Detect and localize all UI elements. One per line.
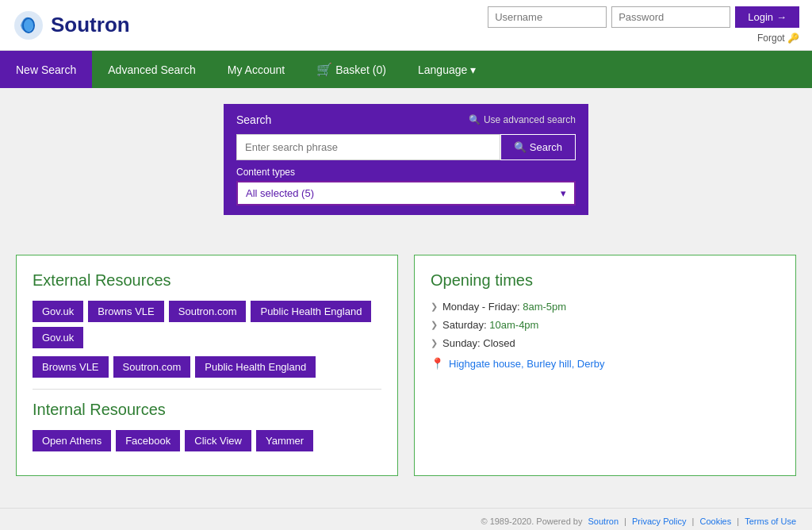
login-form: Login → bbox=[488, 6, 799, 28]
external-resource-buttons-row1: Gov.uk Browns VLE Soutron.com Public Hea… bbox=[33, 301, 381, 348]
footer: © 1989-2020. Powered by Soutron | Privac… bbox=[0, 508, 812, 530]
search-icon-small: 🔍 bbox=[469, 114, 481, 125]
location-link[interactable]: Highgate house, Burley hill, Derby bbox=[449, 358, 605, 370]
search-icon: 🔍 bbox=[514, 141, 527, 153]
header-right: Login → Forgot 🔑 bbox=[488, 6, 799, 44]
main-content: External Resources Gov.uk Browns VLE Sou… bbox=[0, 239, 812, 508]
resource-btn-browns-vle-2[interactable]: Browns VLE bbox=[33, 356, 109, 378]
resource-btn-gov-uk-2[interactable]: Gov.uk bbox=[33, 327, 83, 348]
resource-btn-click-view[interactable]: Click View bbox=[185, 430, 251, 451]
internal-resources-title: Internal Resources bbox=[33, 401, 381, 419]
resource-btn-browns-vle-1[interactable]: Browns VLE bbox=[88, 301, 164, 322]
search-box-header: Search 🔍 Use advanced search bbox=[236, 113, 576, 126]
opening-times-title: Opening times bbox=[431, 271, 779, 290]
footer-cookies-link[interactable]: Cookies bbox=[699, 517, 731, 526]
resource-btn-soutron-2[interactable]: Soutron.com bbox=[113, 356, 191, 378]
resource-btn-gov-uk-1[interactable]: Gov.uk bbox=[33, 301, 83, 322]
basket-icon: 🛒 bbox=[316, 62, 332, 77]
chevron-right-icon: ❯ bbox=[431, 301, 438, 312]
resource-btn-facebook[interactable]: Facebook bbox=[116, 430, 180, 451]
login-arrow-icon: → bbox=[776, 11, 787, 23]
location-row: 📍 Highgate house, Burley hill, Derby bbox=[431, 357, 779, 370]
external-resource-buttons-row2: Browns VLE Soutron.com Public Health Eng… bbox=[33, 356, 381, 378]
chevron-down-icon: ▾ bbox=[470, 63, 476, 76]
nav-basket[interactable]: 🛒 Basket (0) bbox=[301, 51, 402, 88]
resource-btn-phe-2[interactable]: Public Health England bbox=[195, 356, 316, 378]
header: Soutron Login → Forgot 🔑 bbox=[0, 0, 812, 51]
search-box: Search 🔍 Use advanced search 🔍 Search Co… bbox=[224, 104, 588, 215]
logo-text: Soutron bbox=[51, 13, 130, 37]
use-advanced-link[interactable]: 🔍 Use advanced search bbox=[469, 114, 576, 125]
search-input-row: 🔍 Search bbox=[236, 134, 576, 160]
login-button[interactable]: Login → bbox=[735, 6, 799, 28]
forgot-link[interactable]: Forgot 🔑 bbox=[757, 33, 799, 44]
chevron-right-icon-2: ❯ bbox=[431, 320, 438, 330]
opening-times-card: Opening times ❯ Monday - Friday: 8am-5pm… bbox=[414, 255, 796, 476]
opening-monday: ❯ Monday - Friday: 8am-5pm bbox=[431, 301, 779, 313]
resources-divider bbox=[33, 389, 381, 390]
username-input[interactable] bbox=[488, 6, 607, 28]
nav-language[interactable]: Language ▾ bbox=[402, 51, 492, 88]
footer-soutron-link[interactable]: Soutron bbox=[588, 517, 619, 526]
resource-btn-open-athens[interactable]: Open Athens bbox=[33, 430, 111, 451]
internal-resource-buttons: Open Athens Facebook Click View Yammer bbox=[33, 430, 381, 451]
content-types-label: Content types bbox=[236, 167, 576, 178]
location-icon: 📍 bbox=[431, 357, 444, 370]
search-input[interactable] bbox=[236, 134, 500, 160]
chevron-right-icon-3: ❯ bbox=[431, 338, 438, 348]
opening-saturday: ❯ Saturday: 10am-4pm bbox=[431, 319, 779, 331]
forgot-area: Forgot 🔑 bbox=[757, 31, 799, 44]
search-button[interactable]: 🔍 Search bbox=[500, 134, 576, 160]
resource-btn-soutron-1[interactable]: Soutron.com bbox=[169, 301, 247, 322]
footer-terms-link[interactable]: Terms of Use bbox=[745, 517, 796, 526]
external-resources-title: External Resources bbox=[33, 271, 381, 290]
password-input[interactable] bbox=[611, 6, 730, 28]
key-icon: 🔑 bbox=[787, 33, 799, 44]
resource-btn-phe-1[interactable]: Public Health England bbox=[251, 301, 371, 322]
search-section: Search 🔍 Use advanced search 🔍 Search Co… bbox=[0, 88, 812, 239]
nav-my-account[interactable]: My Account bbox=[212, 51, 301, 88]
footer-privacy-link[interactable]: Privacy Policy bbox=[632, 517, 686, 526]
opening-sunday: ❯ Sunday: Closed bbox=[431, 337, 779, 349]
nav-new-search[interactable]: New Search bbox=[0, 51, 92, 88]
search-title: Search bbox=[236, 113, 271, 126]
resource-btn-yammer[interactable]: Yammer bbox=[256, 430, 313, 451]
content-types-dropdown[interactable]: All selected (5) ▾ bbox=[236, 181, 576, 205]
nav-bar: New Search Advanced Search My Account 🛒 … bbox=[0, 51, 812, 88]
logo-area: Soutron bbox=[13, 10, 130, 41]
soutron-logo-icon bbox=[13, 10, 44, 41]
resources-card: External Resources Gov.uk Browns VLE Sou… bbox=[16, 255, 398, 476]
chevron-down-icon: ▾ bbox=[561, 187, 566, 199]
nav-advanced-search[interactable]: Advanced Search bbox=[92, 51, 212, 88]
